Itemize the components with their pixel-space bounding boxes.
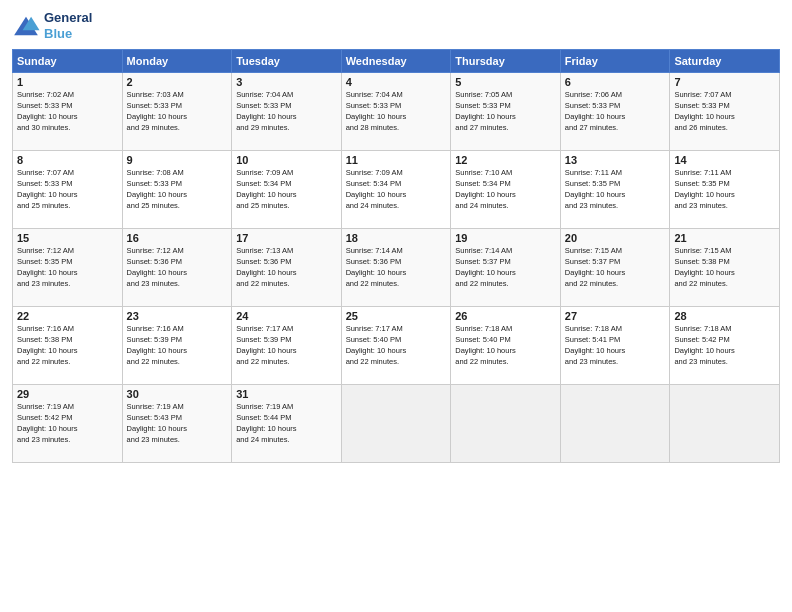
day-number: 25 (346, 310, 447, 322)
calendar-cell: 21Sunrise: 7:15 AMSunset: 5:38 PMDayligh… (670, 229, 780, 307)
day-info: Sunrise: 7:18 AMSunset: 5:42 PMDaylight:… (674, 324, 775, 368)
day-number: 18 (346, 232, 447, 244)
day-number: 9 (127, 154, 228, 166)
calendar-week-2: 8Sunrise: 7:07 AMSunset: 5:33 PMDaylight… (13, 151, 780, 229)
calendar-cell: 29Sunrise: 7:19 AMSunset: 5:42 PMDayligh… (13, 385, 123, 463)
logo-icon (12, 15, 40, 37)
day-info: Sunrise: 7:16 AMSunset: 5:39 PMDaylight:… (127, 324, 228, 368)
day-info: Sunrise: 7:12 AMSunset: 5:35 PMDaylight:… (17, 246, 118, 290)
calendar-week-3: 15Sunrise: 7:12 AMSunset: 5:35 PMDayligh… (13, 229, 780, 307)
day-number: 11 (346, 154, 447, 166)
calendar-cell: 5Sunrise: 7:05 AMSunset: 5:33 PMDaylight… (451, 73, 561, 151)
day-info: Sunrise: 7:18 AMSunset: 5:41 PMDaylight:… (565, 324, 666, 368)
day-header-sunday: Sunday (13, 50, 123, 73)
day-number: 15 (17, 232, 118, 244)
day-number: 6 (565, 76, 666, 88)
day-info: Sunrise: 7:07 AMSunset: 5:33 PMDaylight:… (17, 168, 118, 212)
day-number: 17 (236, 232, 337, 244)
calendar-cell: 8Sunrise: 7:07 AMSunset: 5:33 PMDaylight… (13, 151, 123, 229)
day-info: Sunrise: 7:15 AMSunset: 5:38 PMDaylight:… (674, 246, 775, 290)
calendar-cell: 18Sunrise: 7:14 AMSunset: 5:36 PMDayligh… (341, 229, 451, 307)
day-info: Sunrise: 7:19 AMSunset: 5:44 PMDaylight:… (236, 402, 337, 446)
calendar-cell: 2Sunrise: 7:03 AMSunset: 5:33 PMDaylight… (122, 73, 232, 151)
header: General Blue (12, 10, 780, 41)
day-info: Sunrise: 7:13 AMSunset: 5:36 PMDaylight:… (236, 246, 337, 290)
logo-text: General Blue (44, 10, 92, 41)
day-info: Sunrise: 7:18 AMSunset: 5:40 PMDaylight:… (455, 324, 556, 368)
day-number: 21 (674, 232, 775, 244)
day-info: Sunrise: 7:15 AMSunset: 5:37 PMDaylight:… (565, 246, 666, 290)
calendar-cell: 7Sunrise: 7:07 AMSunset: 5:33 PMDaylight… (670, 73, 780, 151)
day-info: Sunrise: 7:03 AMSunset: 5:33 PMDaylight:… (127, 90, 228, 134)
day-info: Sunrise: 7:10 AMSunset: 5:34 PMDaylight:… (455, 168, 556, 212)
day-info: Sunrise: 7:17 AMSunset: 5:40 PMDaylight:… (346, 324, 447, 368)
day-number: 29 (17, 388, 118, 400)
day-number: 12 (455, 154, 556, 166)
calendar-cell: 24Sunrise: 7:17 AMSunset: 5:39 PMDayligh… (232, 307, 342, 385)
calendar-cell: 14Sunrise: 7:11 AMSunset: 5:35 PMDayligh… (670, 151, 780, 229)
calendar-table: SundayMondayTuesdayWednesdayThursdayFrid… (12, 49, 780, 463)
day-info: Sunrise: 7:14 AMSunset: 5:36 PMDaylight:… (346, 246, 447, 290)
day-info: Sunrise: 7:05 AMSunset: 5:33 PMDaylight:… (455, 90, 556, 134)
calendar-cell (560, 385, 670, 463)
day-number: 7 (674, 76, 775, 88)
calendar-cell (341, 385, 451, 463)
calendar-cell: 31Sunrise: 7:19 AMSunset: 5:44 PMDayligh… (232, 385, 342, 463)
calendar-cell: 4Sunrise: 7:04 AMSunset: 5:33 PMDaylight… (341, 73, 451, 151)
day-info: Sunrise: 7:19 AMSunset: 5:42 PMDaylight:… (17, 402, 118, 446)
day-number: 16 (127, 232, 228, 244)
day-info: Sunrise: 7:02 AMSunset: 5:33 PMDaylight:… (17, 90, 118, 134)
day-info: Sunrise: 7:11 AMSunset: 5:35 PMDaylight:… (674, 168, 775, 212)
calendar-cell (670, 385, 780, 463)
calendar-cell: 6Sunrise: 7:06 AMSunset: 5:33 PMDaylight… (560, 73, 670, 151)
day-number: 26 (455, 310, 556, 322)
day-number: 23 (127, 310, 228, 322)
day-info: Sunrise: 7:09 AMSunset: 5:34 PMDaylight:… (346, 168, 447, 212)
calendar-cell: 13Sunrise: 7:11 AMSunset: 5:35 PMDayligh… (560, 151, 670, 229)
calendar-cell: 19Sunrise: 7:14 AMSunset: 5:37 PMDayligh… (451, 229, 561, 307)
day-header-saturday: Saturday (670, 50, 780, 73)
day-number: 3 (236, 76, 337, 88)
calendar-cell: 10Sunrise: 7:09 AMSunset: 5:34 PMDayligh… (232, 151, 342, 229)
calendar-cell: 23Sunrise: 7:16 AMSunset: 5:39 PMDayligh… (122, 307, 232, 385)
calendar-cell: 1Sunrise: 7:02 AMSunset: 5:33 PMDaylight… (13, 73, 123, 151)
day-number: 10 (236, 154, 337, 166)
calendar-cell: 27Sunrise: 7:18 AMSunset: 5:41 PMDayligh… (560, 307, 670, 385)
calendar-cell: 20Sunrise: 7:15 AMSunset: 5:37 PMDayligh… (560, 229, 670, 307)
calendar-cell: 12Sunrise: 7:10 AMSunset: 5:34 PMDayligh… (451, 151, 561, 229)
calendar-cell: 26Sunrise: 7:18 AMSunset: 5:40 PMDayligh… (451, 307, 561, 385)
day-number: 8 (17, 154, 118, 166)
day-header-monday: Monday (122, 50, 232, 73)
calendar-cell: 16Sunrise: 7:12 AMSunset: 5:36 PMDayligh… (122, 229, 232, 307)
calendar-cell: 22Sunrise: 7:16 AMSunset: 5:38 PMDayligh… (13, 307, 123, 385)
day-number: 1 (17, 76, 118, 88)
day-info: Sunrise: 7:04 AMSunset: 5:33 PMDaylight:… (346, 90, 447, 134)
day-number: 27 (565, 310, 666, 322)
day-number: 30 (127, 388, 228, 400)
day-number: 14 (674, 154, 775, 166)
page: General Blue SundayMondayTuesdayWednesda… (0, 0, 792, 612)
day-info: Sunrise: 7:17 AMSunset: 5:39 PMDaylight:… (236, 324, 337, 368)
calendar-cell: 25Sunrise: 7:17 AMSunset: 5:40 PMDayligh… (341, 307, 451, 385)
calendar-cell: 15Sunrise: 7:12 AMSunset: 5:35 PMDayligh… (13, 229, 123, 307)
calendar-cell: 3Sunrise: 7:04 AMSunset: 5:33 PMDaylight… (232, 73, 342, 151)
calendar-week-1: 1Sunrise: 7:02 AMSunset: 5:33 PMDaylight… (13, 73, 780, 151)
logo: General Blue (12, 10, 92, 41)
calendar-week-4: 22Sunrise: 7:16 AMSunset: 5:38 PMDayligh… (13, 307, 780, 385)
day-number: 2 (127, 76, 228, 88)
day-number: 28 (674, 310, 775, 322)
calendar-header-row: SundayMondayTuesdayWednesdayThursdayFrid… (13, 50, 780, 73)
day-number: 31 (236, 388, 337, 400)
day-info: Sunrise: 7:11 AMSunset: 5:35 PMDaylight:… (565, 168, 666, 212)
day-info: Sunrise: 7:12 AMSunset: 5:36 PMDaylight:… (127, 246, 228, 290)
day-number: 4 (346, 76, 447, 88)
day-number: 20 (565, 232, 666, 244)
day-info: Sunrise: 7:19 AMSunset: 5:43 PMDaylight:… (127, 402, 228, 446)
day-header-wednesday: Wednesday (341, 50, 451, 73)
calendar-cell: 30Sunrise: 7:19 AMSunset: 5:43 PMDayligh… (122, 385, 232, 463)
day-number: 22 (17, 310, 118, 322)
day-info: Sunrise: 7:16 AMSunset: 5:38 PMDaylight:… (17, 324, 118, 368)
day-info: Sunrise: 7:07 AMSunset: 5:33 PMDaylight:… (674, 90, 775, 134)
calendar-cell: 11Sunrise: 7:09 AMSunset: 5:34 PMDayligh… (341, 151, 451, 229)
day-number: 13 (565, 154, 666, 166)
